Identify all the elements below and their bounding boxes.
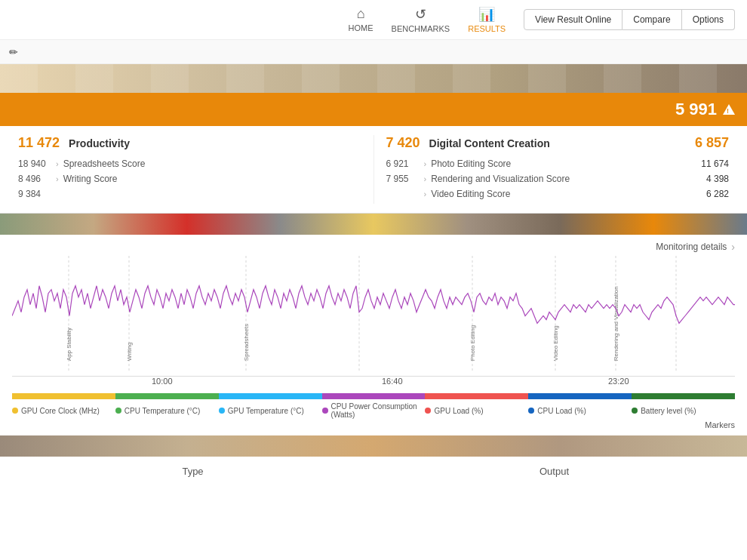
legend-dot-gpu-temp	[219, 408, 225, 414]
footer-row: Type Output	[0, 457, 747, 486]
video-editing-val: 6 282	[691, 189, 729, 199]
photo-editing-val: 11 674	[691, 158, 729, 169]
video-editing-label: Video Editing Score	[431, 189, 691, 199]
monitoring-chart[interactable]: App Stability Writing Spreadsheets Photo…	[12, 256, 735, 377]
video-editing-chevron[interactable]: ›	[424, 189, 427, 198]
legend-cpu-power: CPU Power Consumption (Watts)	[322, 402, 426, 419]
productivity-column: 11 472 Productivity 18 940 › Spreadsheet…	[12, 135, 367, 204]
digital-content-header: 7 420 Digital Content Creation 6 857	[386, 135, 730, 151]
legend-label-cpu-temp: CPU Temperature (°C)	[124, 407, 201, 415]
image-divider	[0, 214, 747, 235]
writing-chevron[interactable]: ›	[56, 174, 59, 183]
legend-dot-gpu-clock	[12, 408, 18, 414]
svg-text:Rendering and Visualization: Rendering and Visualization	[613, 286, 619, 361]
compare-button[interactable]: Compare	[622, 9, 681, 30]
legend-gpu-temp: GPU Temperature (°C)	[219, 402, 322, 419]
nav-results-label: RESULTS	[468, 24, 506, 33]
spreadsheets-label: Spreadsheets Score	[63, 158, 361, 169]
monitoring-section: Monitoring details › App Stability Writi…	[0, 235, 747, 435]
legend-labels: GPU Core Clock (MHz) CPU Temperature (°C…	[12, 402, 735, 419]
scores-section: 11 472 Productivity 18 940 › Spreadsheet…	[0, 126, 747, 214]
rendering-row: 7 955 › Rendering and Visualization Scor…	[386, 174, 730, 184]
monitoring-details-arrow: ›	[731, 241, 735, 253]
nav-benchmarks[interactable]: ↺ BENCHMARKS	[392, 6, 450, 33]
bar-cpu-temp	[115, 393, 219, 399]
view-result-button[interactable]: View Result Online	[524, 9, 622, 30]
digital-content-label: Digital Content Creation	[429, 137, 550, 149]
extra-row: 9 384	[18, 189, 361, 199]
spreadsheets-row: 18 940 › Spreadsheets Score	[18, 158, 361, 169]
chart-svg: App Stability Writing Spreadsheets Photo…	[12, 256, 735, 376]
productivity-score: 11 472	[18, 135, 60, 151]
rendering-val: 4 398	[691, 174, 729, 184]
rendering-chevron[interactable]: ›	[424, 174, 427, 183]
digital-content-column: 7 420 Digital Content Creation 6 857 6 9…	[374, 135, 736, 204]
svg-text:App Stability: App Stability	[66, 328, 72, 361]
nav-home-label: HOME	[349, 23, 374, 32]
pencil-icon[interactable]: ✏	[9, 46, 18, 58]
svg-text:Photo Editing: Photo Editing	[469, 325, 476, 361]
nav-home[interactable]: ⌂ HOME	[349, 6, 374, 33]
writing-label: Writing Score	[63, 174, 361, 184]
action-buttons: View Result Online Compare Options	[524, 9, 735, 30]
svg-text:Video Editing: Video Editing	[552, 325, 559, 361]
benchmarks-icon: ↺	[415, 6, 426, 23]
legend-cpu-load: CPU Load (%)	[528, 402, 632, 419]
legend-label-battery: Battery level (%)	[641, 407, 696, 415]
edit-row: ✏	[0, 40, 747, 64]
video-editing-row: › Video Editing Score 6 282	[386, 189, 730, 199]
legend-label-cpu-load: CPU Load (%)	[537, 407, 586, 415]
legend-dot-cpu-load	[528, 408, 534, 414]
time-2320: 23:20	[608, 377, 629, 386]
footer-output: Output	[374, 466, 735, 477]
banner-image	[0, 64, 747, 93]
svg-text:Spreadsheets: Spreadsheets	[243, 324, 250, 361]
writing-row: 8 496 › Writing Score	[18, 174, 361, 184]
legend-color-bars	[12, 393, 735, 399]
time-1640: 16:40	[382, 377, 403, 386]
photo-editing-chevron[interactable]: ›	[424, 159, 427, 168]
legend-label-gpu-clock: GPU Core Clock (MHz)	[21, 407, 100, 415]
photo-editing-num: 6 921	[386, 158, 424, 169]
extra-num: 9 384	[18, 189, 56, 199]
svg-text:Writing: Writing	[126, 343, 133, 362]
total-score: 5 991	[675, 100, 735, 119]
legend-dot-battery	[632, 408, 638, 414]
rendering-label: Rendering and Visualization Score	[431, 174, 691, 184]
bar-gpu-temp	[219, 393, 322, 399]
footer-type: Type	[12, 466, 374, 477]
legend-dot-cpu-power	[322, 408, 328, 414]
nav-results[interactable]: 📊 RESULTS	[468, 6, 506, 33]
options-button[interactable]: Options	[682, 9, 735, 30]
home-icon: ⌂	[357, 6, 365, 22]
legend-dot-gpu-load	[425, 408, 431, 414]
total-score-value: 5 991	[675, 100, 717, 119]
markers-label: Markers	[12, 420, 735, 429]
productivity-label: Productivity	[69, 137, 130, 149]
warning-icon	[723, 104, 735, 115]
time-1000: 10:00	[152, 377, 173, 386]
total-score-bar: 5 991	[0, 93, 747, 126]
nav-benchmarks-label: BENCHMARKS	[392, 24, 450, 33]
legend-label-gpu-temp: GPU Temperature (°C)	[228, 407, 304, 415]
writing-num: 8 496	[18, 174, 56, 184]
digital-content-score: 7 420	[386, 135, 420, 151]
digital-content-right-score: 6 857	[695, 135, 729, 151]
bottom-banner	[0, 435, 747, 457]
photo-editing-label: Photo Editing Score	[431, 158, 691, 169]
bar-gpu-clock	[12, 393, 115, 399]
legend-gpu-load: GPU Load (%)	[425, 402, 528, 419]
results-icon: 📊	[478, 6, 495, 23]
bar-battery	[632, 393, 735, 399]
bar-cpu-power	[322, 393, 426, 399]
bar-gpu-load	[425, 393, 528, 399]
legend-battery: Battery level (%)	[632, 402, 735, 419]
legend-label-gpu-load: GPU Load (%)	[434, 407, 483, 415]
nav-icons: ⌂ HOME ↺ BENCHMARKS 📊 RESULTS	[349, 6, 506, 33]
legend-label-cpu-power: CPU Power Consumption (Watts)	[331, 402, 426, 419]
legend-gpu-clock: GPU Core Clock (MHz)	[12, 402, 115, 419]
legend-dot-cpu-temp	[115, 408, 121, 414]
legend-cpu-temp: CPU Temperature (°C)	[115, 402, 219, 419]
spreadsheets-chevron[interactable]: ›	[56, 159, 59, 168]
bar-cpu-load	[528, 393, 632, 399]
